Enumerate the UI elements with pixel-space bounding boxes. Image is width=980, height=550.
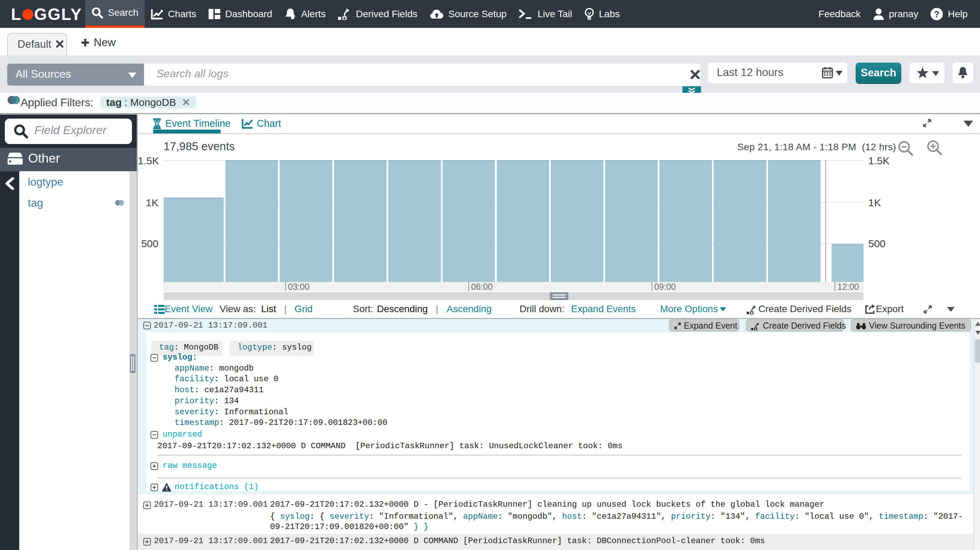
svg-text:?: ? (934, 9, 939, 19)
